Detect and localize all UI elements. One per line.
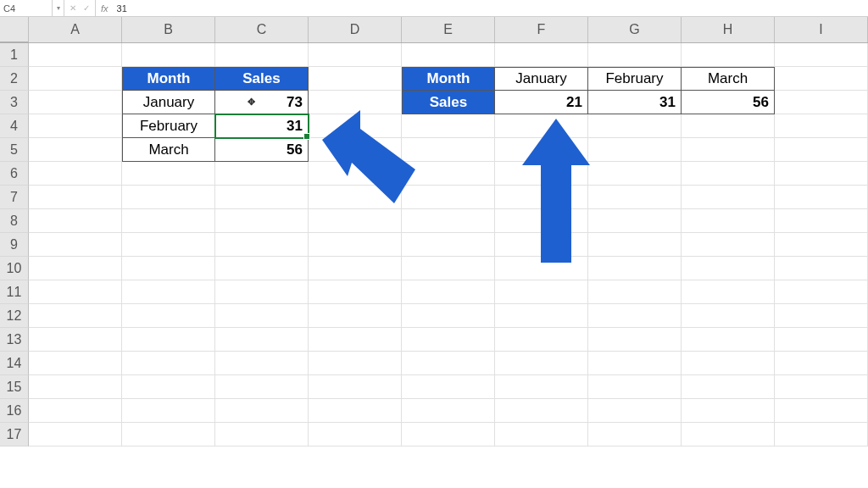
row-header-5[interactable]: 5 bbox=[0, 138, 29, 162]
cell-G2[interactable]: February bbox=[588, 67, 682, 91]
cell-D17[interactable] bbox=[309, 423, 402, 446]
cell-B15[interactable] bbox=[122, 375, 215, 399]
cell-A3[interactable] bbox=[29, 91, 122, 114]
cell-G5[interactable] bbox=[588, 138, 682, 162]
cell-B12[interactable] bbox=[122, 304, 215, 328]
cell-C17[interactable] bbox=[215, 423, 309, 446]
cell-D2[interactable] bbox=[309, 67, 402, 91]
cell-I16[interactable] bbox=[775, 399, 868, 423]
cell-H4[interactable] bbox=[682, 114, 775, 138]
cell-H11[interactable] bbox=[682, 280, 775, 304]
cell-G1[interactable] bbox=[588, 43, 682, 67]
cell-B5[interactable]: March bbox=[122, 138, 215, 162]
cell-F2[interactable]: January bbox=[495, 67, 588, 91]
cell-B11[interactable] bbox=[122, 280, 215, 304]
cell-B2[interactable]: Month bbox=[122, 67, 215, 91]
cell-C3[interactable]: ✥ 73 bbox=[215, 91, 309, 114]
cell-B16[interactable] bbox=[122, 399, 215, 423]
cell-E4[interactable] bbox=[402, 114, 495, 138]
cell-F14[interactable] bbox=[495, 352, 588, 375]
cell-C7[interactable] bbox=[215, 186, 309, 209]
cell-F4[interactable] bbox=[495, 114, 588, 138]
cell-D1[interactable] bbox=[309, 43, 402, 67]
cell-E8[interactable] bbox=[402, 209, 495, 233]
row-header-16[interactable]: 16 bbox=[0, 399, 29, 423]
cell-A6[interactable] bbox=[29, 162, 122, 186]
cell-I15[interactable] bbox=[775, 375, 868, 399]
cell-F6[interactable] bbox=[495, 162, 588, 186]
cell-F7[interactable] bbox=[495, 186, 588, 209]
cell-H14[interactable] bbox=[682, 352, 775, 375]
row-header-2[interactable]: 2 bbox=[0, 67, 29, 91]
cell-A5[interactable] bbox=[29, 138, 122, 162]
cell-C9[interactable] bbox=[215, 233, 309, 257]
cell-B14[interactable] bbox=[122, 352, 215, 375]
cell-B6[interactable] bbox=[122, 162, 215, 186]
cell-I2[interactable] bbox=[775, 67, 868, 91]
cell-I3[interactable] bbox=[775, 91, 868, 114]
cell-G14[interactable] bbox=[588, 352, 682, 375]
cell-F10[interactable] bbox=[495, 257, 588, 280]
cell-G13[interactable] bbox=[588, 328, 682, 352]
col-header-F[interactable]: F bbox=[495, 17, 588, 42]
cell-I7[interactable] bbox=[775, 186, 868, 209]
cell-C11[interactable] bbox=[215, 280, 309, 304]
cell-H10[interactable] bbox=[682, 257, 775, 280]
cell-C8[interactable] bbox=[215, 209, 309, 233]
cell-C15[interactable] bbox=[215, 375, 309, 399]
cell-G7[interactable] bbox=[588, 186, 682, 209]
col-header-I[interactable]: I bbox=[775, 17, 868, 42]
cell-D11[interactable] bbox=[309, 280, 402, 304]
cell-A17[interactable] bbox=[29, 423, 122, 446]
cell-D6[interactable] bbox=[309, 162, 402, 186]
cell-F17[interactable] bbox=[495, 423, 588, 446]
cell-G4[interactable] bbox=[588, 114, 682, 138]
cell-A2[interactable] bbox=[29, 67, 122, 91]
cell-D3[interactable] bbox=[309, 91, 402, 114]
cell-F3[interactable]: 21 bbox=[495, 91, 588, 114]
cell-H6[interactable] bbox=[682, 162, 775, 186]
cell-D13[interactable] bbox=[309, 328, 402, 352]
cell-F15[interactable] bbox=[495, 375, 588, 399]
cell-A11[interactable] bbox=[29, 280, 122, 304]
row-header-11[interactable]: 11 bbox=[0, 280, 29, 304]
cell-E1[interactable] bbox=[402, 43, 495, 67]
cell-F9[interactable] bbox=[495, 233, 588, 257]
cell-H15[interactable] bbox=[682, 375, 775, 399]
cell-G12[interactable] bbox=[588, 304, 682, 328]
cell-C2[interactable]: Sales bbox=[215, 67, 309, 91]
cell-E11[interactable] bbox=[402, 280, 495, 304]
cell-D4[interactable] bbox=[309, 114, 402, 138]
cell-E12[interactable] bbox=[402, 304, 495, 328]
cell-A4[interactable] bbox=[29, 114, 122, 138]
cell-E5[interactable] bbox=[402, 138, 495, 162]
cell-H8[interactable] bbox=[682, 209, 775, 233]
cell-B8[interactable] bbox=[122, 209, 215, 233]
cell-F5[interactable] bbox=[495, 138, 588, 162]
cell-A1[interactable] bbox=[29, 43, 122, 67]
name-box-dropdown-icon[interactable]: ▾ bbox=[53, 0, 64, 16]
cell-I17[interactable] bbox=[775, 423, 868, 446]
cell-G10[interactable] bbox=[588, 257, 682, 280]
cell-F11[interactable] bbox=[495, 280, 588, 304]
cell-E3[interactable]: Sales bbox=[402, 91, 495, 114]
cell-A13[interactable] bbox=[29, 328, 122, 352]
cell-B17[interactable] bbox=[122, 423, 215, 446]
cell-G8[interactable] bbox=[588, 209, 682, 233]
cell-I1[interactable] bbox=[775, 43, 868, 67]
cell-H9[interactable] bbox=[682, 233, 775, 257]
cell-D9[interactable] bbox=[309, 233, 402, 257]
cell-I11[interactable] bbox=[775, 280, 868, 304]
cell-I12[interactable] bbox=[775, 304, 868, 328]
row-header-4[interactable]: 4 bbox=[0, 114, 29, 138]
cell-A7[interactable] bbox=[29, 186, 122, 209]
cell-F16[interactable] bbox=[495, 399, 588, 423]
cell-C4[interactable]: 31 bbox=[215, 114, 309, 138]
cell-E6[interactable] bbox=[402, 162, 495, 186]
cell-F12[interactable] bbox=[495, 304, 588, 328]
cell-A12[interactable] bbox=[29, 304, 122, 328]
cell-E10[interactable] bbox=[402, 257, 495, 280]
cell-C10[interactable] bbox=[215, 257, 309, 280]
cell-I9[interactable] bbox=[775, 233, 868, 257]
cell-E9[interactable] bbox=[402, 233, 495, 257]
